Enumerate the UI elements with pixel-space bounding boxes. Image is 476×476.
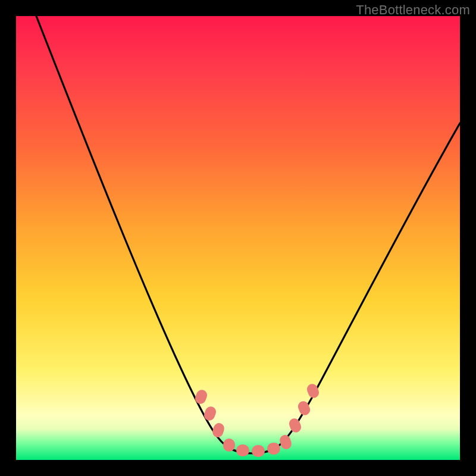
watermark-text: TheBottleneck.com [356,2,470,18]
svg-rect-2 [211,422,226,439]
svg-rect-1 [202,405,218,422]
curve-path [36,16,460,453]
chart-frame: TheBottleneck.com [0,0,476,476]
svg-rect-4 [236,444,249,456]
svg-rect-0 [193,389,209,406]
plot-area [16,16,460,460]
svg-rect-8 [287,417,303,434]
bottleneck-curve [16,16,460,460]
highlight-markers [193,383,321,457]
svg-rect-5 [252,445,265,457]
svg-rect-6 [267,443,280,455]
svg-rect-7 [278,434,293,450]
svg-rect-3 [223,439,235,452]
